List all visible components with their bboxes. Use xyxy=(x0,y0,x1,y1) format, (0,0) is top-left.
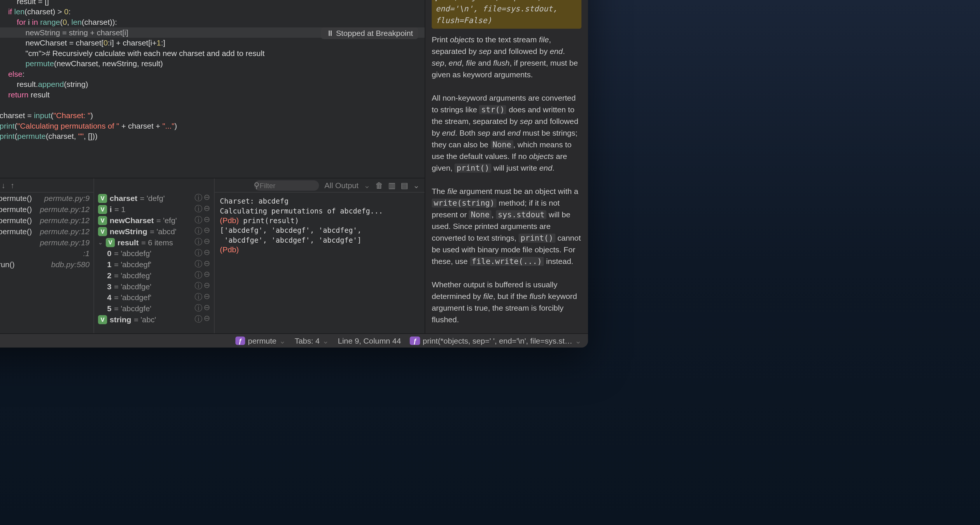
stack-frame[interactable]: ƒ4permute.py:19 xyxy=(0,237,93,248)
variable-row[interactable]: Vi = 1ⓘ⊖ xyxy=(94,204,214,215)
remove-icon: ⊖ xyxy=(204,248,210,259)
variable-row[interactable]: ⌄Vresult = 6 itemsⓘ⊖ xyxy=(94,237,214,248)
doc-signature: print(print(*objects, sep=' ', end='\n',… xyxy=(432,0,581,29)
symbol-selector[interactable]: permute xyxy=(248,336,277,345)
output-mode-select[interactable]: All Output xyxy=(325,181,358,189)
info-icon: ⓘ xyxy=(194,215,202,226)
info-icon: ⓘ xyxy=(194,259,202,270)
variable-row[interactable]: 3 = 'abcdfge'ⓘ⊖ xyxy=(94,281,214,292)
remove-icon: ⊖ xyxy=(204,303,210,314)
cursor-position: Line 9, Column 44 xyxy=(338,336,401,345)
variable-row[interactable]: 5 = 'abcdgfe'ⓘ⊖ xyxy=(94,303,214,314)
callstack: ƒ0permute()permute.py:9ƒ1permute()permut… xyxy=(0,193,93,333)
debug-filter-input[interactable] xyxy=(255,180,319,191)
code-area[interactable]: "cm">#!/usr/bin/env python3 def permute(… xyxy=(0,0,425,178)
stack-frame[interactable]: ƒ2permute()permute.py:12 xyxy=(0,215,93,226)
pause-icon: ⏸ xyxy=(326,29,334,38)
stack-frame[interactable]: ƒ3permute()permute.py:12 xyxy=(0,226,93,237)
info-icon: ⓘ xyxy=(194,303,202,314)
code-editor[interactable]: 12345678910111213141516171819 "cm">#!/us… xyxy=(0,0,425,178)
breakpoint-badge: ⏸ Stopped at Breakpoint xyxy=(321,27,418,39)
info-icon: ⓘ xyxy=(194,281,202,292)
variable-row[interactable]: Vcharset = 'defg'ⓘ⊖ xyxy=(94,193,214,204)
info-icon: ⓘ xyxy=(194,204,202,215)
remove-icon: ⊖ xyxy=(204,292,210,303)
variable-row[interactable]: 1 = 'abcdegf'ⓘ⊖ xyxy=(94,259,214,270)
stack-frame[interactable]: ƒ6run()bdb.py:580 xyxy=(0,259,93,270)
search-icon: ⚲ xyxy=(254,181,259,189)
status-bar: ⏸Paused CPU 0% Memory 10.3M ƒpermute⌄ Ta… xyxy=(0,333,588,348)
variable-row[interactable]: 4 = 'abcdgef'ⓘ⊖ xyxy=(94,292,214,303)
stack-frame[interactable]: ƒ1permute()permute.py:12 xyxy=(0,204,93,215)
variable-row[interactable]: 0 = 'abcdefg'ⓘ⊖ xyxy=(94,248,214,259)
trash-icon[interactable]: 🗑 xyxy=(375,181,383,189)
info-icon: ⓘ xyxy=(194,270,202,281)
variables-view: Vcharset = 'defg'ⓘ⊖Vi = 1ⓘ⊖VnewCharset =… xyxy=(94,193,214,333)
remove-icon: ⊖ xyxy=(204,259,210,270)
doc-content: print(print(*objects, sep=' ', end='\n',… xyxy=(425,0,588,333)
stack-frame[interactable]: ƒ5:1 xyxy=(0,248,93,259)
remove-icon: ⊖ xyxy=(204,193,210,204)
stack-frame[interactable]: ƒ0permute()permute.py:9 xyxy=(0,193,93,204)
chevron-down-icon[interactable]: ⌄ xyxy=(413,181,419,189)
remove-icon: ⊖ xyxy=(204,215,210,226)
info-icon: ⓘ xyxy=(194,193,202,204)
layout-icon[interactable]: ▤ xyxy=(401,181,408,189)
step-in-icon[interactable]: ↓ xyxy=(2,181,5,189)
variable-row[interactable]: VnewCharset = 'efg'ⓘ⊖ xyxy=(94,215,214,226)
documentation-panel: ⚲ ⓧ ‹ › 👁 ⊖ PythonGoogleStack Overflow F… xyxy=(425,0,588,333)
remove-icon: ⊖ xyxy=(204,270,210,281)
function-badge: ƒ xyxy=(235,337,246,345)
remove-icon: ⊖ xyxy=(204,314,210,325)
remove-icon: ⊖ xyxy=(204,281,210,292)
debug-console[interactable]: Charset: abcdefg Calculating permutation… xyxy=(215,193,425,333)
info-icon: ⓘ xyxy=(194,248,202,259)
debugger-panel: ▷ ↷ ↓ ↑ ƒ0permute()permute.py:9ƒ1permute… xyxy=(0,178,425,333)
remove-icon: ⊖ xyxy=(204,204,210,215)
variable-row[interactable]: VnewString = 'abcd'ⓘ⊖ xyxy=(94,226,214,237)
tabs-setting[interactable]: Tabs: 4 xyxy=(294,336,320,345)
info-icon: ⓘ xyxy=(194,237,202,248)
step-out-icon[interactable]: ↑ xyxy=(11,181,14,189)
info-icon: ⓘ xyxy=(194,314,202,325)
remove-icon: ⊖ xyxy=(204,237,210,248)
remove-icon: ⊖ xyxy=(204,226,210,237)
variable-row[interactable]: 2 = 'abcdfeg'ⓘ⊖ xyxy=(94,270,214,281)
function-badge: ƒ xyxy=(410,337,420,345)
app-window: 📄 permute.py Python⌃⌄ Language Run Stop … xyxy=(0,0,588,348)
doc-sig-status[interactable]: print(*objects, sep=' ', end='\n', file=… xyxy=(423,336,572,345)
info-icon: ⓘ xyxy=(194,226,202,237)
info-icon: ⓘ xyxy=(194,292,202,303)
variable-row[interactable]: Vstring = 'abc'ⓘ⊖ xyxy=(94,314,214,325)
split-icon[interactable]: ▥ xyxy=(388,181,395,189)
